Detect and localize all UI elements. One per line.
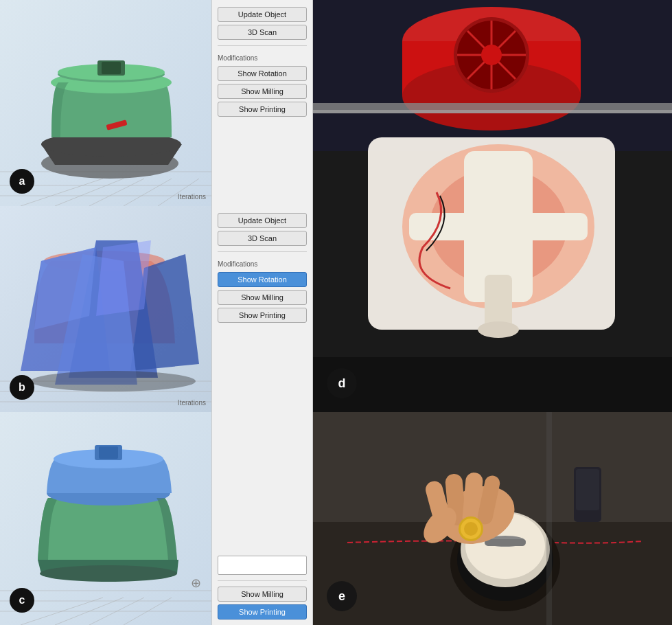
panel-c: ⊕ c [0,412,211,625]
svg-rect-36 [313,110,672,113]
panel-a: a Iterations [0,0,211,206]
rotation-btn-a[interactable]: Show Rotation [218,66,307,81]
svg-rect-37 [313,357,672,412]
controls-b: Update Object 3D Scan Modifications Show… [211,206,313,412]
svg-line-4 [55,179,124,206]
badge-a: a [10,169,34,194]
modifications-label-a: Modifications [218,54,307,62]
milling-btn-c[interactable]: Show Milling [218,587,307,602]
rotation-btn-b[interactable]: Show Rotation [218,272,307,287]
printing-btn-c[interactable]: Show Printing [218,604,307,620]
svg-point-27 [481,45,502,65]
scan-btn-b[interactable]: 3D Scan [218,231,307,246]
badge-b: b [10,375,34,400]
update-object-btn-b[interactable]: Update Object [218,213,307,228]
controls-c: Show Milling Show Printing [211,412,313,625]
panel-e: e [313,412,672,625]
printing-btn-a[interactable]: Show Printing [218,102,307,117]
update-object-btn-a[interactable]: Update Object [218,7,307,22]
iterations-label-b: Iterations [178,399,206,407]
svg-point-73 [464,522,478,536]
badge-e: e [327,581,357,611]
separator-c [218,580,307,581]
svg-rect-14 [102,62,121,74]
ctrl-input-c[interactable] [218,556,307,575]
controls-a: Update Object 3D Scan Modifications Show… [211,0,313,206]
panel-b: b Iterations [0,206,211,412]
separator-a [218,45,307,46]
printing-btn-b[interactable]: Show Printing [218,308,307,323]
separator-b [218,251,307,252]
iterations-label-a: Iterations [178,193,206,201]
svg-point-42 [31,371,196,391]
scan-btn-a[interactable]: 3D Scan [218,25,307,40]
panel-d: d [313,0,672,412]
milling-btn-b[interactable]: Show Milling [218,290,307,305]
svg-rect-55 [99,446,118,459]
svg-rect-77 [546,412,552,625]
badge-d: d [327,368,357,398]
svg-line-5 [89,179,144,206]
svg-rect-64 [485,539,526,546]
svg-line-6 [124,179,172,206]
svg-rect-76 [576,469,599,510]
modifications-label-b: Modifications [218,260,307,268]
svg-text:⊕: ⊕ [191,576,201,590]
badge-c: c [10,588,34,613]
svg-point-34 [478,321,519,338]
svg-point-51 [40,565,177,582]
milling-btn-a[interactable]: Show Milling [218,84,307,99]
